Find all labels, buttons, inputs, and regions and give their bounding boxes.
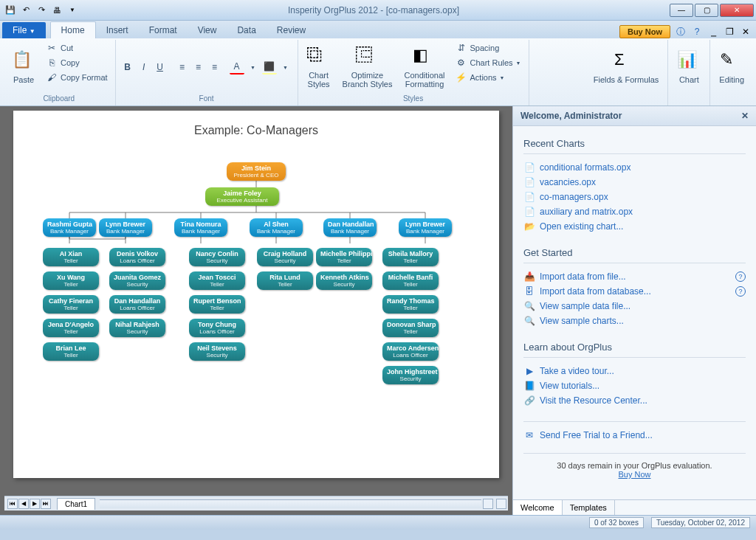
help-icon[interactable]: ? xyxy=(735,271,746,282)
org-node[interactable]: Lynn BrewerBank Manager xyxy=(99,218,152,237)
sheet-prev-button[interactable]: ◀ xyxy=(18,499,29,509)
learn-link[interactable]: 📘View tutorials... xyxy=(523,378,746,393)
org-node[interactable]: Nancy ConlinSecurity xyxy=(189,248,245,266)
org-node[interactable]: Donovan SharpTeller xyxy=(382,319,439,337)
sheet-next-button[interactable]: ▶ xyxy=(30,499,40,509)
org-node[interactable]: Dan HandallanLoans Officer xyxy=(109,295,165,314)
font-color-button[interactable]: A xyxy=(230,60,244,75)
paste-button[interactable]: 📋 Paste xyxy=(7,41,40,93)
sheet-last-button[interactable]: ⏭ xyxy=(41,499,51,509)
buy-now-button[interactable]: Buy Now xyxy=(619,25,670,38)
info-icon[interactable]: ⓘ xyxy=(675,26,687,38)
recent-chart-link[interactable]: 📄auxiliary and matrix.opx xyxy=(523,204,746,219)
recent-chart-link[interactable]: 📄vacancies.opx xyxy=(523,175,746,190)
learn-link[interactable]: 🔗Visit the Resource Center... xyxy=(523,393,746,408)
org-node[interactable]: Rupert BensonTeller xyxy=(189,295,245,314)
org-node[interactable]: Randy ThomasTeller xyxy=(382,295,439,314)
org-node[interactable]: Tina NomuraBank Manager xyxy=(174,218,227,237)
org-node[interactable]: Tony ChungLoans Officer xyxy=(189,319,245,337)
org-node[interactable]: Xu WangTeller xyxy=(43,271,99,290)
spacing-button[interactable]: ⇵Spacing xyxy=(453,41,524,55)
org-node[interactable]: Neil StevensSecurity xyxy=(189,342,245,361)
chart-rules-button[interactable]: ⚙Chart Rules ▼ xyxy=(453,56,524,69)
chart-canvas[interactable]: Example: Co-Managers Jim SteinPresident … xyxy=(13,111,499,478)
close-button[interactable]: ✕ xyxy=(720,4,754,17)
cut-button[interactable]: ✂Cut xyxy=(43,41,111,55)
recent-chart-link[interactable]: 📄co-managers.opx xyxy=(523,190,746,204)
org-node[interactable]: Kenneth AtkinsSecurity xyxy=(316,271,372,290)
tab-view[interactable]: View xyxy=(188,22,227,38)
redo-icon[interactable]: ↷ xyxy=(35,4,48,17)
tab-insert[interactable]: Insert xyxy=(96,22,139,38)
tab-data[interactable]: Data xyxy=(227,22,266,38)
org-node[interactable]: Rita LundTeller xyxy=(257,271,313,290)
align-left-button[interactable]: ≡ xyxy=(175,60,190,75)
copy-button[interactable]: ⎘Copy xyxy=(43,56,111,69)
org-node[interactable]: Juanita GomezSecurity xyxy=(109,271,165,290)
help-icon[interactable]: ? xyxy=(691,26,703,38)
org-node[interactable]: AI XianTeller xyxy=(43,248,99,266)
chart-button[interactable]: 📊 Chart xyxy=(673,41,705,93)
org-node[interactable]: Lynn BrewerBank Manager xyxy=(399,218,452,237)
undo-icon[interactable]: ↶ xyxy=(19,4,32,17)
org-node[interactable]: Jim SteinPresident & CEO xyxy=(227,162,286,181)
qat-dropdown-icon[interactable]: ▼ xyxy=(66,4,79,17)
org-node[interactable]: Jean ToscciTeller xyxy=(189,271,245,290)
org-node[interactable]: Sheila MalloryTeller xyxy=(382,248,439,266)
fill-color-dropdown[interactable]: ▼ xyxy=(278,60,293,75)
print-icon[interactable]: 🖶 xyxy=(50,4,63,17)
fields-formulas-button[interactable]: Σ Fields & Formulas xyxy=(589,41,664,93)
recent-chart-link[interactable]: 📄conditional formats.opx xyxy=(523,160,746,175)
font-color-dropdown[interactable]: ▼ xyxy=(246,60,261,75)
sp-tab-templates[interactable]: Templates xyxy=(563,500,615,515)
bold-button[interactable]: B xyxy=(120,60,135,75)
align-right-button[interactable]: ≡ xyxy=(207,60,222,75)
save-icon[interactable]: 💾 xyxy=(4,4,17,17)
org-node[interactable]: Cathy FineranTeller xyxy=(43,295,99,314)
align-center-button[interactable]: ≡ xyxy=(191,60,206,75)
org-node[interactable]: Craig HollandSecurity xyxy=(257,248,313,266)
get-started-link[interactable]: 🔍View sample data file... xyxy=(523,299,746,314)
conditional-formatting-button[interactable]: ◧ Conditional Formatting xyxy=(399,41,449,93)
hscroll-right-icon[interactable] xyxy=(496,499,506,509)
close-panel-icon[interactable]: ✕ xyxy=(741,111,749,121)
sheet-tab[interactable]: Chart1 xyxy=(57,498,95,510)
learn-link[interactable]: ▶Take a video tour... xyxy=(523,364,746,378)
hscroll-left-icon[interactable] xyxy=(483,499,493,509)
copy-format-button[interactable]: 🖌Copy Format xyxy=(43,71,111,84)
file-tab[interactable]: File ▼ xyxy=(2,22,46,38)
org-node[interactable]: Marco AndersenLoans Officer xyxy=(382,342,439,361)
optimize-button[interactable]: ⿷ Optimize Branch Styles xyxy=(338,41,397,93)
sp-tab-welcome[interactable]: Welcome xyxy=(513,500,563,515)
org-node[interactable]: Nihal RahjeshSecurity xyxy=(109,319,165,337)
org-node[interactable]: Denis VolkovLoans Officer xyxy=(109,248,165,266)
get-started-link[interactable]: 📥Import data from file...? xyxy=(523,269,746,284)
org-node[interactable]: Dan HandallanBank Manager xyxy=(323,218,377,237)
get-started-link[interactable]: 🗄Import data from database...? xyxy=(523,284,746,299)
tab-format[interactable]: Format xyxy=(139,22,188,38)
org-node[interactable]: Jaime FoleyExecutive Assistant xyxy=(205,187,279,206)
help-icon[interactable]: ? xyxy=(735,286,746,297)
open-existing-link[interactable]: 📂Open existing chart... xyxy=(523,219,746,234)
tab-review[interactable]: Review xyxy=(267,22,316,38)
italic-button[interactable]: I xyxy=(137,60,151,75)
org-node[interactable]: Brian LeeTeller xyxy=(43,342,99,361)
trial-buy-now-link[interactable]: Buy Now xyxy=(618,470,650,479)
underline-button[interactable]: U xyxy=(153,60,168,75)
tab-home[interactable]: Home xyxy=(50,21,96,38)
chart-styles-button[interactable]: ⿻ Chart Styles xyxy=(303,41,335,93)
org-node[interactable]: Rashmi GuptaBank Manager xyxy=(43,218,96,237)
org-node[interactable]: John HighstreetSecurity xyxy=(382,366,439,384)
mdi-close-icon[interactable]: ✕ xyxy=(740,26,752,38)
org-node[interactable]: Jena D'AngeloTeller xyxy=(43,319,99,337)
org-node[interactable]: Al ShenBank Manager xyxy=(250,218,303,237)
fill-color-button[interactable]: ⬛ xyxy=(262,60,277,75)
ribbon-minimize-icon[interactable]: ⎯ xyxy=(707,26,719,38)
org-node[interactable]: Michelle PhilippiTeller xyxy=(316,248,372,266)
get-started-link[interactable]: 🔍View sample charts... xyxy=(523,314,746,328)
actions-button[interactable]: ⚡Actions ▼ xyxy=(453,71,524,84)
sheet-first-button[interactable]: ⏮ xyxy=(7,499,18,509)
send-trial-link[interactable]: ✉Send Free Trial to a Friend... xyxy=(523,428,746,443)
maximize-button[interactable]: ▢ xyxy=(695,4,718,17)
minimize-button[interactable]: — xyxy=(670,4,693,17)
